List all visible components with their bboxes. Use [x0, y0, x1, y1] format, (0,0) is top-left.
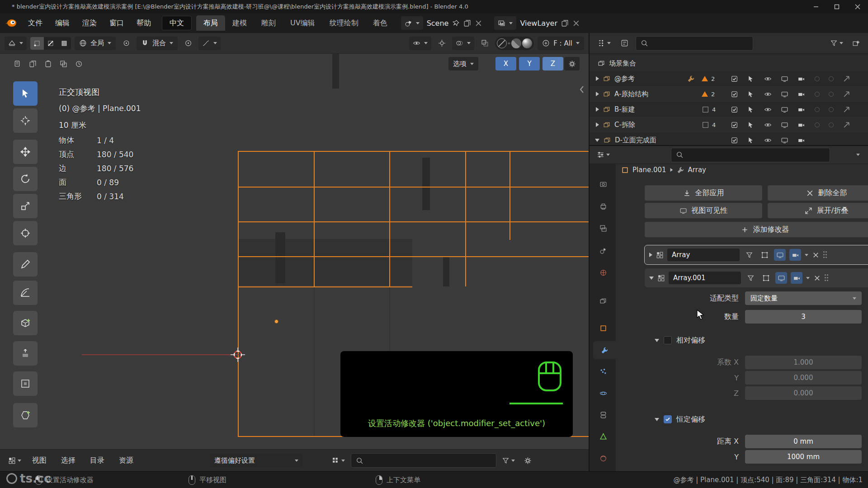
proportional-falloff-dropdown[interactable] — [198, 37, 221, 50]
tab-object-data[interactable] — [593, 427, 613, 446]
properties-options-icon[interactable] — [856, 154, 860, 156]
outliner-filter-button[interactable] — [828, 37, 844, 50]
render-disable-icon[interactable] — [797, 75, 805, 83]
tab-modifiers[interactable] — [593, 341, 616, 359]
editor-type-button[interactable] — [5, 37, 27, 50]
tab-physics[interactable] — [593, 384, 613, 402]
vertex-select-button[interactable] — [30, 37, 44, 50]
holdout-icon[interactable] — [815, 107, 820, 112]
tool-move[interactable] — [13, 140, 38, 164]
outliner-row-collection[interactable]: C-拆除 4 — [590, 117, 868, 132]
view-visibility-button[interactable]: 视图可见性 — [645, 203, 762, 218]
breadcrumb-object[interactable]: Plane.001 — [632, 166, 666, 174]
tab-collection[interactable] — [593, 292, 613, 310]
delete-modifier-icon[interactable] — [813, 274, 821, 282]
checkbox-icon[interactable] — [731, 75, 738, 83]
modifier-panel-array[interactable]: Array — [645, 245, 868, 264]
selectable-icon[interactable] — [747, 75, 755, 83]
menu-render[interactable]: 渲染 — [76, 16, 103, 30]
edit-mode-display-icon[interactable] — [743, 249, 755, 261]
footer-menu-select[interactable]: 选择 — [55, 456, 81, 465]
gizmos-toggle-icon[interactable] — [435, 37, 448, 50]
selectable-icon[interactable] — [747, 121, 755, 129]
footer-menu-catalog[interactable]: 目录 — [84, 456, 110, 465]
edit-mode-display-icon[interactable] — [745, 272, 756, 284]
properties-search-input[interactable] — [671, 148, 830, 162]
wireframe-shading-button[interactable] — [497, 38, 507, 48]
collapse-icon[interactable] — [649, 277, 654, 280]
constant-offset-checkbox[interactable] — [664, 415, 672, 423]
tool-extrude[interactable] — [13, 341, 38, 366]
add-modifier-button[interactable]: 添加修改器 — [645, 222, 868, 237]
viewport-canvas[interactable]: 选项 X Y Z — [0, 54, 589, 449]
holdout-icon[interactable] — [815, 92, 820, 97]
outliner-search-input[interactable] — [636, 36, 753, 51]
footer-menu-assets[interactable]: 资源 — [113, 456, 139, 465]
relative-offset-checkbox[interactable] — [664, 336, 672, 344]
collapse-icon[interactable] — [655, 339, 659, 342]
eye-icon[interactable] — [764, 136, 772, 144]
selectable-icon[interactable] — [747, 106, 755, 113]
visibility-dropdown[interactable] — [409, 37, 431, 50]
collapse-icon[interactable] — [595, 139, 599, 142]
tab-object[interactable] — [593, 319, 613, 337]
expand-icon[interactable] — [649, 253, 652, 257]
axis-x-toggle[interactable]: X — [495, 57, 516, 70]
snap-target-icon[interactable] — [119, 37, 133, 50]
modifier-name-field[interactable]: Array — [667, 249, 740, 261]
tab-modeling[interactable]: 建模 — [225, 15, 254, 31]
transform-orientation-dropdown[interactable]: 全局 — [75, 37, 116, 50]
distance-y-field[interactable]: 1000 mm — [745, 450, 862, 464]
overlays-dropdown[interactable] — [452, 37, 474, 50]
scene-name[interactable]: Scene — [427, 19, 449, 28]
outliner-row-collection[interactable]: D-立面完成面 — [590, 132, 868, 145]
render-display-icon[interactable] — [791, 272, 802, 284]
tool-add-cube[interactable] — [13, 311, 38, 335]
solid-shading-button[interactable] — [508, 42, 510, 44]
menu-edit[interactable]: 编辑 — [49, 16, 76, 30]
render-disable-icon[interactable] — [797, 121, 805, 129]
factor-z-field[interactable]: 0.000 — [745, 386, 862, 400]
language-dropdown[interactable]: 中文 — [162, 16, 192, 30]
tab-material[interactable] — [593, 449, 613, 467]
xray-toggle-icon[interactable] — [478, 37, 491, 50]
expand-icon[interactable] — [596, 76, 599, 81]
footer-editor-type-button[interactable] — [5, 454, 24, 467]
tab-sculpting[interactable]: 雕刻 — [254, 15, 283, 31]
axis-z-toggle[interactable]: Z — [542, 57, 563, 70]
indirect-only-icon[interactable] — [829, 122, 834, 127]
duplicate-icon[interactable] — [57, 57, 70, 70]
drag-handle-icon[interactable] — [825, 274, 829, 282]
indirect-only-icon[interactable] — [829, 92, 834, 97]
tool-bevel[interactable] — [13, 403, 38, 427]
viewport-disable-icon[interactable] — [781, 136, 788, 144]
close-button[interactable] — [847, 0, 868, 13]
instance-arrow-icon[interactable] — [843, 106, 850, 113]
render-disable-icon[interactable] — [797, 136, 805, 144]
outliner-row-scene-collection[interactable]: 场景集合 — [590, 56, 868, 71]
proportional-editing-icon[interactable] — [181, 37, 195, 50]
filter-button[interactable] — [499, 454, 517, 467]
eye-icon[interactable] — [764, 106, 772, 113]
expand-icon[interactable] — [596, 92, 599, 96]
unlink-scene-icon[interactable] — [475, 19, 482, 27]
face-select-button[interactable] — [57, 37, 71, 50]
edge-select-button[interactable] — [44, 37, 57, 50]
viewlayer-name[interactable]: ViewLayer — [520, 19, 557, 28]
tab-scene[interactable] — [593, 241, 613, 259]
selectable-icon[interactable] — [747, 90, 755, 98]
factor-x-field[interactable]: 1.000 — [745, 356, 862, 369]
factor-y-field[interactable]: 0.000 — [745, 371, 862, 385]
tool-scale[interactable] — [13, 194, 38, 218]
delete-modifier-icon[interactable] — [812, 251, 820, 259]
tool-measure[interactable] — [13, 281, 38, 305]
footer-menu-view[interactable]: 视图 — [26, 456, 52, 465]
tab-render[interactable] — [593, 175, 613, 193]
eye-icon[interactable] — [764, 75, 772, 83]
outliner-row-collection[interactable]: B-新建 4 — [590, 102, 868, 117]
checkbox-icon[interactable] — [731, 136, 738, 144]
tool-transform[interactable] — [13, 221, 38, 245]
tab-uv-editing[interactable]: UV编辑 — [283, 15, 322, 31]
viewport-disable-icon[interactable] — [781, 75, 788, 83]
new-scene-icon[interactable] — [463, 19, 471, 27]
